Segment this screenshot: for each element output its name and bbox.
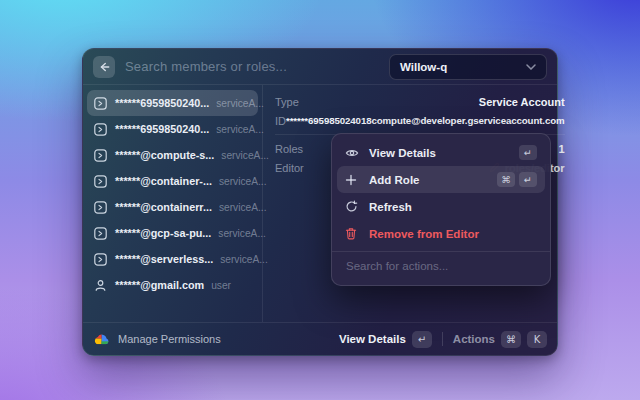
menu-item-view-details[interactable]: View Details ↵ [337,139,545,166]
member-name: ******6959850240... [115,97,209,109]
member-type: serviceA... [220,254,268,265]
member-row[interactable]: ******@containerr... serviceA... [87,194,258,220]
member-name: ******@gmail.com [115,279,204,291]
member-row[interactable]: ******@gmail.com user [87,272,258,298]
manage-permissions-window: Search members or roles... Willow-q ****… [82,48,558,356]
detail-value: Service Account [479,96,565,108]
member-row[interactable]: ******@compute-s... serviceA... [87,142,258,168]
menu-item-add-role[interactable]: Add Role ⌘ ↵ [337,166,545,193]
detail-label: Roles [275,143,303,155]
key-return: ↵ [519,145,537,160]
plus-icon [345,174,360,186]
member-name: ******@compute-s... [115,149,214,161]
member-name: ******@containerr... [115,201,212,213]
primary-action-button[interactable]: View Details [339,333,406,345]
member-row[interactable]: ******@gcp-sa-pu... serviceA... [87,220,258,246]
user-icon [94,279,108,292]
back-button[interactable] [93,56,115,78]
refresh-icon [345,200,360,213]
footer-separator [442,332,443,346]
back-arrow-icon [98,61,110,73]
menu-item-label: Remove from Editor [369,228,479,240]
service-account-icon [94,175,108,188]
key-cmd: ⌘ [501,331,521,348]
member-type: serviceA... [219,202,267,213]
trash-icon [345,227,360,240]
member-type: serviceA... [218,228,266,239]
detail-label: Type [275,96,299,108]
member-type: serviceA... [219,176,267,187]
menu-item-remove-from-editor[interactable]: Remove from Editor [337,220,545,247]
service-account-icon [94,227,108,240]
member-type: serviceA... [216,98,264,109]
key-cmd: ⌘ [497,172,515,187]
service-account-icon [94,253,108,266]
actions-menu: View Details ↵ Add Role ⌘ ↵ Refresh Remo… [331,133,551,286]
key-k: K [527,331,547,348]
google-cloud-logo [93,333,110,346]
member-name: ******6959850240... [115,123,209,135]
member-type: serviceA... [216,124,264,135]
footer: Manage Permissions View Details ↵ Action… [83,322,557,355]
eye-icon [345,146,360,160]
member-row[interactable]: ******@container-... serviceA... [87,168,258,194]
chevron-down-icon [526,64,536,70]
search-input[interactable]: Search members or roles... [125,59,379,74]
service-account-icon [94,97,108,110]
menu-item-label: Refresh [369,201,412,213]
detail-value: ******695985024018compute@developer.gser… [286,115,565,126]
project-dropdown[interactable]: Willow-q [389,54,547,80]
member-name: ******@serverless... [115,253,213,265]
actions-button[interactable]: Actions [453,333,495,345]
service-account-icon [94,123,108,136]
menu-item-label: Add Role [369,174,419,186]
menu-item-refresh[interactable]: Refresh [337,193,545,220]
app-name: Manage Permissions [118,333,221,345]
member-type: serviceA... [221,150,269,161]
main-area: ******6959850240... serviceA... ******69… [83,85,557,322]
project-dropdown-value: Willow-q [400,61,447,73]
member-name: ******@gcp-sa-pu... [115,227,211,239]
member-row[interactable]: ******6959850240... serviceA... [87,90,258,116]
service-account-icon [94,149,108,162]
menu-item-label: View Details [369,147,436,159]
detail-row-id: ID ******695985024018compute@developer.g… [275,111,565,130]
detail-row-type: Type Service Account [275,92,565,111]
key-return: ↵ [412,331,432,348]
detail-label: Editor [275,162,304,174]
member-name: ******@container-... [115,175,212,187]
member-row[interactable]: ******@serverless... serviceA... [87,246,258,272]
service-account-icon [94,201,108,214]
detail-label: ID [275,115,286,127]
detail-value: 1 [558,143,564,155]
actions-search-input[interactable]: Search for actions... [337,252,545,280]
key-return: ↵ [519,172,537,187]
member-list: ******6959850240... serviceA... ******69… [83,85,263,322]
header: Search members or roles... Willow-q [83,49,557,85]
member-row[interactable]: ******6959850240... serviceA... [87,116,258,142]
member-type: user [211,280,231,291]
